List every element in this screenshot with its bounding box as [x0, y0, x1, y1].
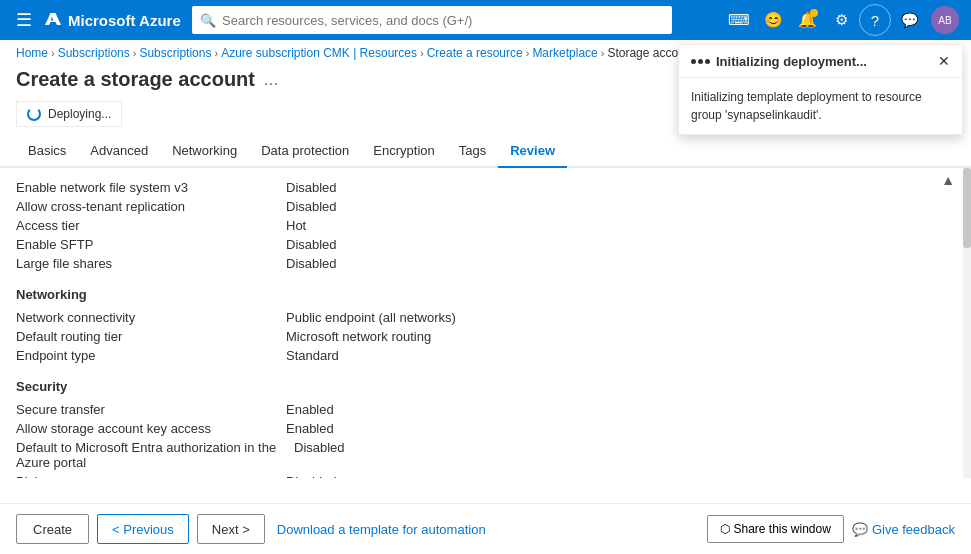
- detail-value-sftp: Disabled: [286, 237, 337, 252]
- section-security: Security Secure transfer Enabled Allow s…: [16, 379, 947, 478]
- nav-icons: ⌨ 😊 🔔 ⚙ ? 💬 AB: [723, 4, 959, 36]
- notif-dots: [691, 59, 710, 64]
- detail-label-entra-auth: Default to Microsoft Entra authorization…: [16, 440, 286, 470]
- notification-badge: [810, 9, 818, 17]
- detail-value-key-access: Enabled: [286, 421, 334, 436]
- breadcrumb-sep-4: ›: [420, 47, 424, 59]
- notif-dot-2: [698, 59, 703, 64]
- detail-row-entra-auth: Default to Microsoft Entra authorization…: [16, 438, 947, 472]
- detail-value-nfs: Disabled: [286, 180, 337, 195]
- detail-row-large-files: Large file shares Disabled: [16, 254, 947, 273]
- detail-value-access-tier: Hot: [286, 218, 306, 233]
- detail-label-nfs: Enable network file system v3: [16, 180, 286, 195]
- logo-text: Microsoft Azure: [68, 12, 181, 29]
- security-header: Security: [16, 379, 947, 394]
- breadcrumb-sep-5: ›: [526, 47, 530, 59]
- tab-tags[interactable]: Tags: [447, 135, 498, 168]
- deploy-label: Deploying...: [48, 107, 111, 121]
- breadcrumb-home[interactable]: Home: [16, 46, 48, 60]
- notif-body-text: Initializing template deployment to reso…: [691, 90, 922, 122]
- networking-header: Networking: [16, 287, 947, 302]
- detail-value-endpoint-type: Standard: [286, 348, 339, 363]
- detail-value-blob-access: Disabled: [286, 474, 337, 478]
- breadcrumb-sep-3: ›: [214, 47, 218, 59]
- detail-label-access-tier: Access tier: [16, 218, 286, 233]
- azure-logo-icon: [44, 11, 62, 29]
- detail-row-secure-transfer: Secure transfer Enabled: [16, 400, 947, 419]
- breadcrumb-create-resource[interactable]: Create a resource: [427, 46, 523, 60]
- deploy-spinner: [27, 107, 41, 121]
- page-more-button[interactable]: …: [263, 71, 279, 89]
- notif-dot-1: [691, 59, 696, 64]
- breadcrumb-sep-6: ›: [601, 47, 605, 59]
- search-input[interactable]: [222, 13, 664, 28]
- scrollbar-track[interactable]: [963, 168, 971, 478]
- detail-value-cross-tenant: Disabled: [286, 199, 337, 214]
- hamburger-button[interactable]: ☰: [12, 9, 36, 31]
- detail-row-routing-tier: Default routing tier Microsoft network r…: [16, 327, 947, 346]
- notif-title-row: Initializing deployment...: [691, 54, 867, 69]
- detail-label-large-files: Large file shares: [16, 256, 286, 271]
- notif-title: Initializing deployment...: [716, 54, 867, 69]
- main-content: Enable network file system v3 Disabled A…: [0, 168, 971, 478]
- collapse-button[interactable]: ▲: [941, 172, 955, 188]
- tab-basics[interactable]: Basics: [16, 135, 78, 168]
- notif-dot-3: [705, 59, 710, 64]
- detail-row-cross-tenant: Allow cross-tenant replication Disabled: [16, 197, 947, 216]
- detail-row-nfs: Enable network file system v3 Disabled: [16, 178, 947, 197]
- detail-row-connectivity: Network connectivity Public endpoint (al…: [16, 308, 947, 327]
- detail-row-blob-access: Blob anonymous access Disabled: [16, 472, 947, 478]
- section-advanced: Enable network file system v3 Disabled A…: [16, 178, 947, 273]
- tab-data-protection[interactable]: Data protection: [249, 135, 361, 168]
- detail-label-endpoint-type: Endpoint type: [16, 348, 286, 363]
- search-icon: 🔍: [200, 13, 216, 28]
- top-nav: ☰ Microsoft Azure 🔍 ⌨ 😊 🔔 ⚙ ? 💬 AB: [0, 0, 971, 40]
- detail-label-connectivity: Network connectivity: [16, 310, 286, 325]
- detail-label-secure-transfer: Secure transfer: [16, 402, 286, 417]
- detail-label-blob-access: Blob anonymous access: [16, 474, 286, 478]
- breadcrumb-subscriptions-1[interactable]: Subscriptions: [58, 46, 130, 60]
- breadcrumb-sep-2: ›: [133, 47, 137, 59]
- help-button[interactable]: ?: [859, 4, 891, 36]
- breadcrumb-cmk[interactable]: Azure subscription CMK | Resources: [221, 46, 417, 60]
- scrollbar-thumb[interactable]: [963, 168, 971, 248]
- detail-label-sftp: Enable SFTP: [16, 237, 286, 252]
- section-networking: Networking Network connectivity Public e…: [16, 287, 947, 365]
- detail-value-large-files: Disabled: [286, 256, 337, 271]
- settings-button[interactable]: ⚙: [825, 4, 857, 36]
- detail-value-routing-tier: Microsoft network routing: [286, 329, 431, 344]
- notif-body: Initializing template deployment to reso…: [679, 78, 962, 134]
- search-box[interactable]: 🔍: [192, 6, 672, 34]
- detail-label-routing-tier: Default routing tier: [16, 329, 286, 344]
- detail-label-cross-tenant: Allow cross-tenant replication: [16, 199, 286, 214]
- notification-popup: Initializing deployment... ✕ Initializin…: [678, 44, 963, 135]
- tab-encryption[interactable]: Encryption: [361, 135, 446, 168]
- detail-row-sftp: Enable SFTP Disabled: [16, 235, 947, 254]
- page-title: Create a storage account: [16, 68, 255, 91]
- notif-header: Initializing deployment... ✕: [679, 45, 962, 78]
- detail-row-endpoint-type: Endpoint type Standard: [16, 346, 947, 365]
- detail-value-secure-transfer: Enabled: [286, 402, 334, 417]
- detail-value-entra-auth: Disabled: [294, 440, 345, 470]
- feedback-button[interactable]: 😊: [757, 4, 789, 36]
- breadcrumb-marketplace[interactable]: Marketplace: [532, 46, 597, 60]
- breadcrumb-sep-1: ›: [51, 47, 55, 59]
- tab-review[interactable]: Review: [498, 135, 567, 168]
- azure-logo: Microsoft Azure: [44, 11, 184, 29]
- avatar[interactable]: AB: [931, 6, 959, 34]
- tab-advanced[interactable]: Advanced: [78, 135, 160, 168]
- detail-value-connectivity: Public endpoint (all networks): [286, 310, 456, 325]
- tab-networking[interactable]: Networking: [160, 135, 249, 168]
- tabs-bar: Basics Advanced Networking Data protecti…: [0, 135, 971, 168]
- detail-label-key-access: Allow storage account key access: [16, 421, 286, 436]
- detail-row-access-tier: Access tier Hot: [16, 216, 947, 235]
- notification-button[interactable]: 🔔: [791, 4, 823, 36]
- cloud-shell-button[interactable]: ⌨: [723, 4, 755, 36]
- deploying-bar: Deploying...: [16, 101, 122, 127]
- support-button[interactable]: 💬: [893, 4, 925, 36]
- notif-close-button[interactable]: ✕: [938, 53, 950, 69]
- detail-row-key-access: Allow storage account key access Enabled: [16, 419, 947, 438]
- breadcrumb-subscriptions-2[interactable]: Subscriptions: [139, 46, 211, 60]
- content-scroll[interactable]: Enable network file system v3 Disabled A…: [0, 168, 963, 478]
